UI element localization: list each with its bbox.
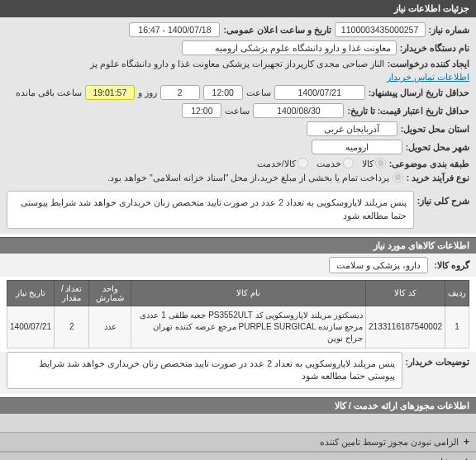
min-send-label: حداقل تاریخ ارسال پیشنهاد: <box>369 88 469 97</box>
accordion-details[interactable]: + جزئیات <box>0 452 476 460</box>
time-label-2: ساعت <box>225 106 250 116</box>
pub-date-field: 1400/07/18 - 16:47 <box>129 22 220 37</box>
buyer-notes-text: پنس مریلند لاپاروسکوپی به تعداد 2 عدد در… <box>7 352 402 390</box>
goods-group-row: گروه کالا: دارو، پزشکی و سلامت <box>0 254 476 277</box>
col-row: ردیف <box>445 280 469 306</box>
goods-table: ردیف کد کالا نام کالا واحد شمارش تعداد /… <box>7 280 469 349</box>
need-no-label: شماره نیاز: <box>429 25 469 35</box>
info-panel: شماره نیاز: 1100003435000257 تاریخ و ساع… <box>0 17 476 191</box>
cell-row: 1 <box>445 306 469 348</box>
goods-group-value: دارو، پزشکی و سلامت <box>329 257 428 273</box>
licenses-section-header: اطلاعات مجوزهای ارائه خدمت / کالا <box>0 397 476 414</box>
province-label: استان محل تحویل: <box>401 124 469 134</box>
min-send-date-field: 1400/07/21 <box>274 85 365 100</box>
creator-value: الناز صباحی مجدی کارپرداز تجهیزات پزشکی … <box>90 59 384 69</box>
col-name: نام کالا <box>131 280 365 306</box>
countdown-timer: 19:01:57 <box>85 85 135 100</box>
col-code: کد کالا <box>366 280 445 306</box>
accordion-label-2: جزئیات <box>432 457 459 461</box>
need-no-field: 1100003435000257 <box>335 22 426 37</box>
radio-goods-service-label: کالا/خدمت <box>257 159 296 168</box>
goods-table-row: 1 2133116187540002 دیسکتور مریلند لاپارو… <box>7 306 469 348</box>
goods-table-header-row: ردیف کد کالا نام کالا واحد شمارش تعداد /… <box>7 280 469 306</box>
process-type-radio[interactable] <box>393 172 403 183</box>
pub-date-label: تاریخ و ساعت اعلان عمومی: <box>223 25 331 35</box>
buyer-field: معاونت غذا و دارو دانشگاه علوم پزشکی ارو… <box>182 40 397 55</box>
plus-icon: + <box>464 456 469 460</box>
radio-service-label: خدمت <box>317 159 341 168</box>
plus-icon: + <box>464 436 469 448</box>
city-field: ارومیه <box>312 140 402 154</box>
radio-goods-service[interactable]: کالا/خدمت <box>257 158 308 168</box>
cell-name: دیسکتور مریلند لاپاروسکوپی کد PS3552ULT … <box>131 306 365 348</box>
accordion-label-1: الزامی نبودن مجوز توسط تامین کننده <box>320 437 459 448</box>
valid-date-field: 1400/08/30 <box>253 103 344 118</box>
process-type-text: پرداخت تمام یا بخشی از مبلغ خرید،از محل … <box>107 173 388 183</box>
cell-qty: 2 <box>55 306 89 348</box>
col-unit: واحد شمارش <box>89 280 131 306</box>
accordion-no-license-required[interactable]: + الزامی نبودن مجوز توسط تامین کننده <box>0 432 476 452</box>
buyer-contact-link[interactable]: اطلاعات تماس خریدار <box>387 72 469 82</box>
page-title: جزئیات اطلاعات نیاز <box>0 0 476 17</box>
category-radio-group: کالا خدمت کالا/خدمت <box>257 158 386 168</box>
city-label: شهر محل تحویل: <box>406 142 469 152</box>
cell-date: 1400/07/21 <box>7 306 55 348</box>
radio-service[interactable]: خدمت <box>317 158 354 168</box>
category-label: طبقه بندی موضوعی: <box>389 159 469 168</box>
summary-label: شرح کلی نیاز: <box>417 191 469 206</box>
province-field: آذربایجان غربی <box>307 121 397 136</box>
col-qty: تعداد / مقدار <box>55 280 89 306</box>
process-type-label: نوع فرآیند خرید : <box>407 173 469 183</box>
goods-group-label: گروه کالا: <box>435 260 469 270</box>
countdown-label: ساعت باقی مانده <box>16 88 82 97</box>
col-date: تاریخ نیاز <box>7 280 55 306</box>
buyer-label: نام دستگاه خریدار: <box>400 43 469 53</box>
cell-code: 2133116187540002 <box>366 306 445 348</box>
day-label: روز و <box>138 88 157 97</box>
buyer-notes-label: توضیحات خریدار: <box>406 352 469 367</box>
valid-until-label: حداقل تاریخ اعتبار قیمت: تا تاریخ: <box>347 106 469 116</box>
time-label-1: ساعت <box>246 88 271 97</box>
days-remaining-field: 2 <box>160 85 200 100</box>
min-send-time-field: 12:00 <box>203 85 243 100</box>
licenses-body <box>0 414 476 432</box>
summary-text: پنس مریلند لاپاروسکوپی به تعداد 2 عدد در… <box>7 191 414 229</box>
radio-goods-label: کالا <box>362 159 374 168</box>
goods-section-header: اطلاعات کالاهای مورد نیاز <box>0 237 476 254</box>
creator-label: ایجاد کننده درخواست: <box>388 59 469 69</box>
radio-goods[interactable]: کالا <box>362 158 386 168</box>
valid-time-field: 12:00 <box>182 103 221 118</box>
cell-unit: عدد <box>89 306 131 348</box>
